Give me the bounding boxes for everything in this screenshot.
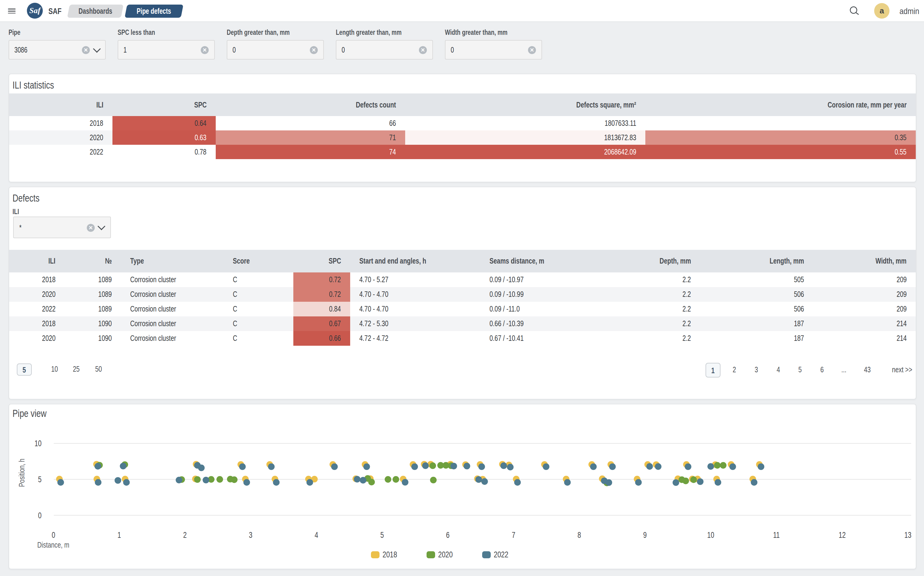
svg-text:12: 12 [839, 530, 846, 539]
svg-text:5: 5 [380, 530, 384, 539]
svg-text:Position, h: Position, h [17, 458, 26, 487]
svg-text:11: 11 [773, 530, 780, 539]
svg-text:0: 0 [52, 530, 55, 539]
svg-text:2022: 2022 [494, 549, 508, 559]
svg-text:4: 4 [315, 530, 318, 539]
svg-text:2: 2 [183, 530, 186, 539]
svg-text:3: 3 [249, 530, 252, 539]
svg-text:2020: 2020 [438, 549, 453, 559]
svg-text:Distance, m: Distance, m [37, 540, 69, 549]
svg-text:10: 10 [35, 438, 42, 448]
svg-text:0: 0 [38, 510, 42, 520]
svg-text:5: 5 [38, 475, 42, 484]
svg-text:7: 7 [512, 530, 515, 539]
svg-text:9: 9 [643, 530, 647, 539]
svg-text:8: 8 [578, 530, 581, 539]
svg-text:10: 10 [707, 530, 714, 539]
svg-text:2018: 2018 [383, 549, 397, 559]
svg-text:6: 6 [446, 530, 450, 539]
svg-text:1: 1 [117, 530, 121, 539]
svg-text:13: 13 [905, 530, 911, 539]
